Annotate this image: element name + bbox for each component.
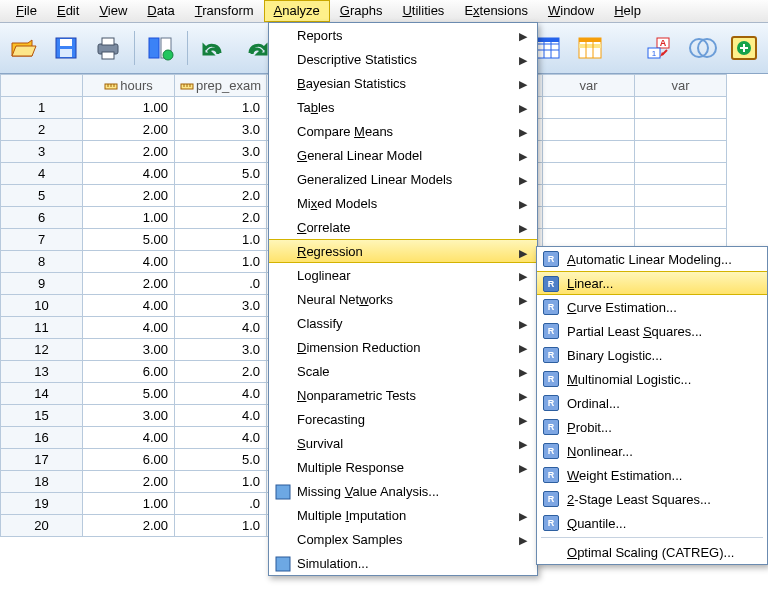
menu-item-survival[interactable]: Survival▶ — [269, 431, 537, 455]
cell-prep[interactable]: 2.0 — [175, 361, 267, 383]
row-header[interactable]: 19 — [1, 493, 83, 515]
cell-prep[interactable]: 5.0 — [175, 449, 267, 471]
row-header[interactable]: 5 — [1, 185, 83, 207]
grid-highlight-icon[interactable] — [574, 32, 606, 64]
menu-item-neural-networks[interactable]: Neural Networks▶ — [269, 287, 537, 311]
menu-edit[interactable]: Edit — [47, 0, 89, 22]
row-header[interactable]: 17 — [1, 449, 83, 471]
row-header[interactable]: 12 — [1, 339, 83, 361]
cell-prep[interactable]: 1.0 — [175, 471, 267, 493]
save-icon[interactable] — [50, 32, 82, 64]
cell-prep[interactable]: 3.0 — [175, 119, 267, 141]
column-header[interactable]: hours — [83, 75, 175, 97]
submenu-item-automatic-linear-modeling-[interactable]: Automatic Linear Modeling... — [537, 247, 767, 271]
row-header[interactable]: 3 — [1, 141, 83, 163]
cell-prep[interactable]: 3.0 — [175, 141, 267, 163]
cell-hours[interactable]: 1.00 — [83, 97, 175, 119]
menu-item-missing-value-analysis-[interactable]: Missing Value Analysis... — [269, 479, 537, 503]
cell-hours[interactable]: 2.00 — [83, 273, 175, 295]
cell-prep[interactable]: 1.0 — [175, 97, 267, 119]
cell-prep[interactable]: 2.0 — [175, 207, 267, 229]
row-header[interactable]: 18 — [1, 471, 83, 493]
print-icon[interactable] — [92, 32, 124, 64]
cell-prep[interactable]: 3.0 — [175, 295, 267, 317]
cell-hours[interactable]: 6.00 — [83, 449, 175, 471]
cell-hours[interactable]: 5.00 — [83, 383, 175, 405]
submenu-item-curve-estimation-[interactable]: Curve Estimation... — [537, 295, 767, 319]
menu-item-compare-means[interactable]: Compare Means▶ — [269, 119, 537, 143]
menu-item-complex-samples[interactable]: Complex Samples▶ — [269, 527, 537, 551]
cell-prep[interactable]: .0 — [175, 273, 267, 295]
menu-transform[interactable]: Transform — [185, 0, 264, 22]
row-header[interactable]: 1 — [1, 97, 83, 119]
cell-prep[interactable]: 4.0 — [175, 317, 267, 339]
row-header[interactable]: 2 — [1, 119, 83, 141]
menu-help[interactable]: Help — [604, 0, 651, 22]
cell-hours[interactable]: 2.00 — [83, 119, 175, 141]
menu-analyze[interactable]: Analyze — [264, 0, 330, 22]
menu-item-reports[interactable]: Reports▶ — [269, 23, 537, 47]
menu-item-classify[interactable]: Classify▶ — [269, 311, 537, 335]
submenu-item-nonlinear-[interactable]: Nonlinear... — [537, 439, 767, 463]
submenu-item-partial-least-squares-[interactable]: Partial Least Squares... — [537, 319, 767, 343]
menu-item-tables[interactable]: Tables▶ — [269, 95, 537, 119]
open-icon[interactable] — [8, 32, 40, 64]
submenu-item-linear-[interactable]: Linear... — [537, 271, 767, 295]
cell-hours[interactable]: 6.00 — [83, 361, 175, 383]
row-header[interactable]: 15 — [1, 405, 83, 427]
cell-hours[interactable]: 2.00 — [83, 515, 175, 537]
add-icon[interactable] — [728, 32, 760, 64]
row-header[interactable]: 6 — [1, 207, 83, 229]
submenu-item-optimal-scaling-catreg-[interactable]: Optimal Scaling (CATREG)... — [537, 540, 767, 564]
cell-prep[interactable]: 4.0 — [175, 405, 267, 427]
menu-data[interactable]: Data — [137, 0, 184, 22]
submenu-item-quantile-[interactable]: Quantile... — [537, 511, 767, 535]
cell-prep[interactable]: 1.0 — [175, 515, 267, 537]
menu-view[interactable]: View — [89, 0, 137, 22]
menu-item-simulation-[interactable]: Simulation... — [269, 551, 537, 575]
column-header[interactable]: var — [635, 75, 727, 97]
menu-item-loglinear[interactable]: Loglinear▶ — [269, 263, 537, 287]
menu-item-dimension-reduction[interactable]: Dimension Reduction▶ — [269, 335, 537, 359]
corner-cell[interactable] — [1, 75, 83, 97]
row-header[interactable]: 11 — [1, 317, 83, 339]
column-header[interactable]: var — [543, 75, 635, 97]
menu-file[interactable]: File — [6, 0, 47, 22]
cell-hours[interactable]: 4.00 — [83, 163, 175, 185]
cell-hours[interactable]: 3.00 — [83, 405, 175, 427]
cell-prep[interactable]: 4.0 — [175, 427, 267, 449]
menu-item-regression[interactable]: Regression▶ — [269, 239, 537, 263]
row-header[interactable]: 7 — [1, 229, 83, 251]
menu-graphs[interactable]: Graphs — [330, 0, 393, 22]
cell-prep[interactable]: 3.0 — [175, 339, 267, 361]
menu-item-scale[interactable]: Scale▶ — [269, 359, 537, 383]
cell-hours[interactable]: 2.00 — [83, 471, 175, 493]
menu-item-forecasting[interactable]: Forecasting▶ — [269, 407, 537, 431]
cell-hours[interactable]: 4.00 — [83, 251, 175, 273]
cell-prep[interactable]: 4.0 — [175, 383, 267, 405]
row-header[interactable]: 9 — [1, 273, 83, 295]
row-header[interactable]: 10 — [1, 295, 83, 317]
menu-item-mixed-models[interactable]: Mixed Models▶ — [269, 191, 537, 215]
menu-item-bayesian-statistics[interactable]: Bayesian Statistics▶ — [269, 71, 537, 95]
menu-item-multiple-imputation[interactable]: Multiple Imputation▶ — [269, 503, 537, 527]
menu-item-multiple-response[interactable]: Multiple Response▶ — [269, 455, 537, 479]
row-header[interactable]: 8 — [1, 251, 83, 273]
column-header[interactable]: prep_exam — [175, 75, 267, 97]
cell-prep[interactable]: .0 — [175, 493, 267, 515]
submenu-item-probit-[interactable]: Probit... — [537, 415, 767, 439]
cell-hours[interactable]: 1.00 — [83, 207, 175, 229]
submenu-item-ordinal-[interactable]: Ordinal... — [537, 391, 767, 415]
recall-dialog-icon[interactable] — [145, 32, 177, 64]
submenu-item-multinomial-logistic-[interactable]: Multinomial Logistic... — [537, 367, 767, 391]
cell-hours[interactable]: 5.00 — [83, 229, 175, 251]
menu-item-generalized-linear-models[interactable]: Generalized Linear Models▶ — [269, 167, 537, 191]
undo-icon[interactable] — [198, 32, 230, 64]
cell-hours[interactable]: 4.00 — [83, 427, 175, 449]
cell-prep[interactable]: 2.0 — [175, 185, 267, 207]
menu-item-correlate[interactable]: Correlate▶ — [269, 215, 537, 239]
menu-window[interactable]: Window — [538, 0, 604, 22]
cell-hours[interactable]: 2.00 — [83, 185, 175, 207]
menu-item-general-linear-model[interactable]: General Linear Model▶ — [269, 143, 537, 167]
cell-hours[interactable]: 3.00 — [83, 339, 175, 361]
